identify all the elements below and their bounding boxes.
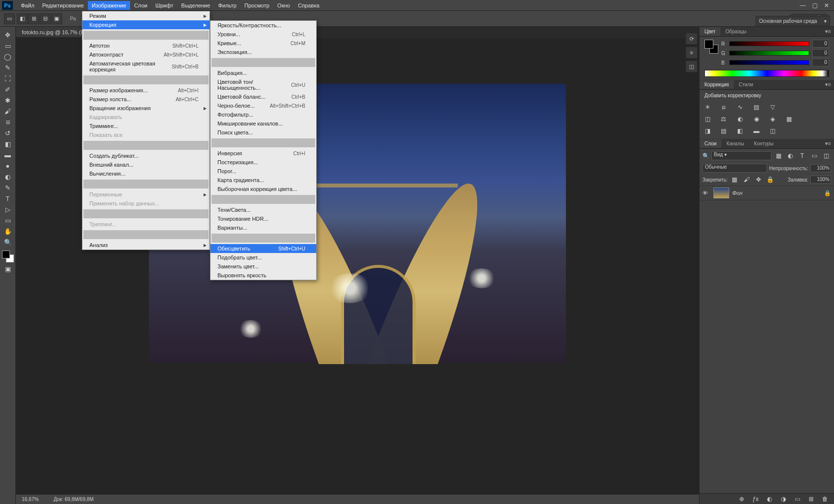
adj-mixer-icon[interactable]: ◈: [768, 114, 778, 124]
window-minimize-button[interactable]: —: [797, 1, 808, 9]
menuitem-тримминг---[interactable]: Тримминг...: [82, 122, 209, 130]
mask-icon[interactable]: ◐: [764, 494, 774, 504]
dodge-tool[interactable]: ◐: [1, 172, 14, 182]
green-value[interactable]: 0: [812, 49, 829, 57]
history-panel-button[interactable]: ⟳: [686, 33, 697, 45]
menuitem-черно-белое---[interactable]: Черно-белое...Alt+Shift+Ctrl+B: [210, 101, 316, 110]
doc-info[interactable]: Док: 69,8M/69,8M: [54, 497, 94, 502]
filter-shape-icon[interactable]: ▭: [809, 151, 819, 161]
menu-шрифт[interactable]: Шрифт: [151, 1, 177, 10]
menuitem-карта-градиента---[interactable]: Карта градиента...: [210, 176, 316, 185]
lock-pixel-icon[interactable]: 🖌: [742, 175, 752, 185]
menuitem-постеризация---[interactable]: Постеризация...: [210, 158, 316, 167]
red-slider[interactable]: [729, 41, 809, 46]
adj-lookup-icon[interactable]: ▦: [784, 114, 794, 124]
new-layer-icon[interactable]: ⊞: [806, 494, 816, 504]
menuitem-микширование-каналов---[interactable]: Микширование каналов...: [210, 119, 316, 128]
filter-smart-icon[interactable]: ◫: [821, 151, 831, 161]
fx-icon[interactable]: ƒx: [751, 494, 761, 504]
tab-color[interactable]: Цвет: [699, 27, 720, 36]
workspace-selector[interactable]: Основная рабочая среда▾: [756, 16, 830, 26]
menuitem-подобрать-цвет---[interactable]: Подобрать цвет...: [210, 253, 316, 262]
selection-subtract-button[interactable]: ⊟: [40, 13, 51, 24]
menuitem-тонирование-hdr---[interactable]: Тонирование HDR...: [210, 214, 316, 223]
adj-selective-icon[interactable]: ◫: [768, 126, 778, 136]
fill-input[interactable]: 100%: [810, 176, 831, 184]
menuitem-автотон[interactable]: АвтотонShift+Ctrl+L: [82, 41, 209, 50]
tab-layers[interactable]: Слои: [699, 139, 721, 148]
hand-tool[interactable]: ✋: [1, 226, 14, 236]
menuitem-обесцветить[interactable]: ОбесцветитьShift+Ctrl+U: [210, 244, 316, 253]
menuitem-размер-изображения---[interactable]: Размер изображения...Alt+Ctrl+I: [82, 86, 209, 95]
marquee-tool[interactable]: ▭: [1, 41, 14, 51]
menuitem-вычисления---[interactable]: Вычисления...: [82, 169, 209, 178]
properties-panel-button[interactable]: ≡: [686, 47, 697, 59]
lock-pos-icon[interactable]: ✥: [754, 175, 764, 185]
window-maximize-button[interactable]: ▢: [809, 1, 820, 9]
adjust-panel-menu[interactable]: ▾≡: [822, 81, 834, 88]
adj-invert-icon[interactable]: ◨: [702, 126, 712, 136]
window-close-button[interactable]: ✕: [821, 1, 832, 9]
link-layers-icon[interactable]: ⊕: [737, 494, 747, 504]
lock-all-icon[interactable]: 🔒: [765, 175, 775, 185]
menuitem-экспозиция---[interactable]: Экспозиция...: [210, 48, 316, 57]
heal-tool[interactable]: ✱: [1, 95, 14, 105]
menuitem-уровни---[interactable]: Уровни...Ctrl+L: [210, 30, 316, 39]
menuitem-варианты---[interactable]: Варианты...: [210, 223, 316, 232]
green-slider[interactable]: [729, 51, 809, 56]
layer-thumbnail[interactable]: [713, 188, 729, 198]
menuitem-автоматическая-цветовая-коррекция[interactable]: Автоматическая цветовая коррекцияShift+C…: [82, 59, 209, 74]
adj-hue-icon[interactable]: ◫: [702, 114, 712, 124]
adj-brightness-icon[interactable]: ☀: [702, 102, 712, 112]
menuitem-автоконтраст[interactable]: АвтоконтрастAlt+Shift+Ctrl+L: [82, 50, 209, 59]
menuitem-внешний-канал---[interactable]: Внешний канал...: [82, 160, 209, 169]
layer-row[interactable]: 👁 Фон 🔒: [699, 186, 834, 200]
tab-swatches[interactable]: Образцы: [720, 27, 751, 36]
gradient-tool[interactable]: ▬: [1, 150, 14, 160]
lasso-tool[interactable]: ◯: [1, 52, 14, 62]
delete-layer-icon[interactable]: 🗑: [820, 494, 830, 504]
menu-справка[interactable]: Справка: [294, 1, 323, 10]
adj-photofilter-icon[interactable]: ◉: [752, 114, 762, 124]
blur-tool[interactable]: ●: [1, 161, 14, 171]
menuitem-цветовой-баланс---[interactable]: Цветовой баланс...Ctrl+B: [210, 92, 316, 101]
adj-levels-icon[interactable]: ⧇: [719, 102, 729, 112]
adj-vibrance-icon[interactable]: ▽: [768, 102, 778, 112]
zoom-level[interactable]: 16,67%: [22, 497, 39, 502]
menu-изображение[interactable]: Изображение: [88, 1, 130, 10]
eyedropper-tool[interactable]: ✐: [1, 84, 14, 94]
menu-слои[interactable]: Слои: [130, 1, 151, 10]
info-panel-button[interactable]: ◫: [686, 61, 697, 72]
new-group-icon[interactable]: ▭: [792, 494, 802, 504]
screen-mode-button[interactable]: ▣: [1, 264, 14, 274]
menuitem-поиск-цвета---[interactable]: Поиск цвета...: [210, 128, 316, 137]
menuitem-порог---[interactable]: Порог...: [210, 167, 316, 176]
color-fgbg-swatch[interactable]: [704, 40, 718, 54]
visibility-icon[interactable]: 👁: [702, 190, 710, 196]
menuitem-создать-дубликат---[interactable]: Создать дубликат...: [82, 151, 209, 160]
selection-add-button[interactable]: ⊞: [28, 13, 39, 24]
tab-adjustments[interactable]: Коррекция: [699, 80, 734, 89]
filter-pixel-icon[interactable]: ▦: [773, 151, 783, 161]
adj-gradient-icon[interactable]: ▬: [752, 126, 762, 136]
filter-type-icon[interactable]: T: [797, 151, 807, 161]
crop-tool[interactable]: ⛶: [1, 73, 14, 83]
menu-редактирование[interactable]: Редактирование: [38, 1, 88, 10]
adj-curves-icon[interactable]: ∿: [735, 102, 745, 112]
blue-value[interactable]: 0: [812, 59, 829, 66]
layer-name[interactable]: Фон: [732, 190, 743, 196]
menuitem-заменить-цвет---[interactable]: Заменить цвет...: [210, 262, 316, 271]
menuitem-анализ[interactable]: Анализ: [82, 241, 209, 250]
menuitem-цветовой-тон-насыщенность---[interactable]: Цветовой тон/Насыщенность...Ctrl+U: [210, 77, 316, 92]
menuitem-инверсия[interactable]: ИнверсияCtrl+I: [210, 149, 316, 158]
menuitem-выровнять-яркость[interactable]: Выровнять яркость: [210, 271, 316, 280]
filter-icon[interactable]: 🔍: [702, 153, 709, 159]
new-adj-icon[interactable]: ◑: [778, 494, 788, 504]
menuitem-режим[interactable]: Режим: [82, 11, 209, 20]
menuitem-размер-холста---[interactable]: Размер холста...Alt+Ctrl+C: [82, 95, 209, 104]
menuitem-вращение-изображения[interactable]: Вращение изображения: [82, 104, 209, 113]
stamp-tool[interactable]: ⧇: [1, 117, 14, 127]
menuitem-кривые---[interactable]: Кривые...Ctrl+M: [210, 39, 316, 48]
opacity-input[interactable]: 100%: [810, 164, 831, 172]
blue-slider[interactable]: [729, 60, 809, 65]
